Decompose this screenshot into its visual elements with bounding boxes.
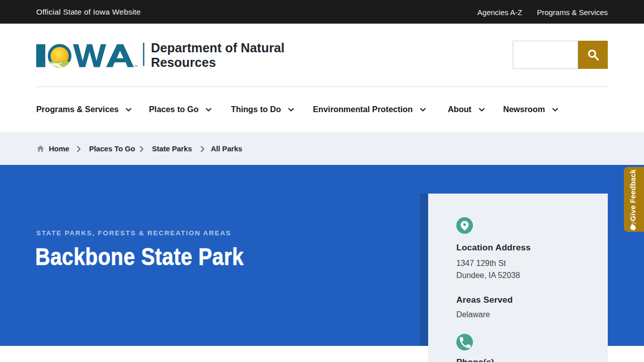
svg-text:™: ™ xyxy=(134,65,138,68)
